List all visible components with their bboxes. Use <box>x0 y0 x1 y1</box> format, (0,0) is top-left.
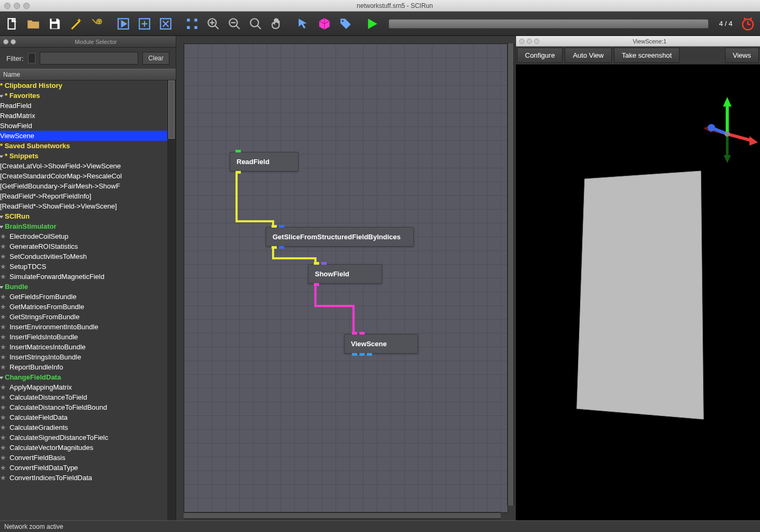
node-n1[interactable]: ReadField <box>230 152 298 172</box>
tree-item[interactable]: ★CalculateSignedDistanceToFielc <box>0 432 176 443</box>
remove-module-button[interactable] <box>156 14 176 33</box>
view-zoom-button[interactable] <box>534 39 539 44</box>
tree-scrollbar[interactable] <box>167 80 176 520</box>
zoom-out-button[interactable] <box>224 14 245 33</box>
tree-column-header[interactable]: Name <box>0 69 176 80</box>
tree-item[interactable]: [ReadField*->ShowField->ViewScene] <box>0 201 176 211</box>
canvas-v-scrollbar[interactable] <box>507 43 514 506</box>
tag-button[interactable] <box>336 14 356 33</box>
svg-line-18 <box>215 25 219 29</box>
node-n3[interactable]: ShowField <box>308 264 382 284</box>
view-close-button[interactable] <box>519 39 524 44</box>
minimize-window-button[interactable] <box>14 3 20 9</box>
network-canvas[interactable]: ReadFieldGetSliceFromStructuredFieldByIn… <box>184 43 508 513</box>
open-folder-button[interactable] <box>23 14 43 33</box>
tree-item[interactable]: ★ConvertIndicesToFieldData <box>0 473 176 483</box>
module-tree[interactable]: * Clipboard History* FavoritesReadFieldR… <box>0 80 176 520</box>
tree-item[interactable]: ★GenerateROIStatistics <box>0 241 176 251</box>
canvas-h-scrollbar[interactable] <box>184 512 501 519</box>
execute-button[interactable] <box>113 14 133 33</box>
module-counter: 4 / 4 <box>719 20 732 28</box>
tree-item[interactable]: ReadField <box>0 101 176 111</box>
view-screenshot-button[interactable]: Take screenshot <box>614 48 680 63</box>
tree-item[interactable]: ★InsertFieldsIntoBundle <box>0 332 176 342</box>
tree-item[interactable]: ★CalculateVectorMagnitudes <box>0 443 176 453</box>
tree-item[interactable]: Bundle <box>0 282 176 292</box>
svg-point-24 <box>250 19 258 26</box>
clear-filter-button[interactable]: Clear <box>142 52 169 65</box>
tree-item[interactable]: ViewScene <box>0 131 176 141</box>
view-minimize-button[interactable] <box>527 39 532 44</box>
close-window-button[interactable] <box>4 3 11 9</box>
filter-input[interactable] <box>40 52 139 65</box>
tree-item[interactable]: * Favorites <box>0 91 176 101</box>
tree-item[interactable]: ★ConvertFieldDataType <box>0 463 176 473</box>
zoom-fit-button[interactable] <box>182 14 202 33</box>
svg-rect-1 <box>52 19 57 21</box>
view-views-button[interactable]: Views <box>725 48 759 63</box>
tree-item[interactable]: ★CalculateGradients <box>0 422 176 432</box>
node-n2[interactable]: GetSliceFromStructuredFieldByIndices <box>266 227 414 247</box>
tree-item[interactable]: ★InsertEnvironmentIntoBundle <box>0 322 176 332</box>
svg-line-22 <box>236 25 240 29</box>
tree-item[interactable]: ★ElectrodeCoilSetup <box>0 231 176 241</box>
main-toolbar: ? 4 / 4 <box>0 12 760 36</box>
tree-item[interactable]: ShowField <box>0 121 176 131</box>
svg-point-40 <box>708 124 715 131</box>
tree-item[interactable]: ★GetMatricesFromBundle <box>0 302 176 312</box>
tree-item[interactable]: * Saved Subnetworks <box>0 141 176 151</box>
tree-item[interactable]: [ReadField*->ReportFieldInfo] <box>0 191 176 201</box>
tree-item[interactable]: [CreateLatVol->ShowField->ViewScene <box>0 161 176 171</box>
panel-close-button[interactable] <box>3 39 8 44</box>
save-button[interactable] <box>44 14 65 33</box>
add-module-button[interactable] <box>134 14 155 33</box>
tree-item[interactable]: ★InsertMatricesIntoBundle <box>0 342 176 352</box>
progress-slider[interactable] <box>388 19 709 29</box>
tree-item[interactable]: ★ApplyMappingMatrix <box>0 382 176 392</box>
tree-item[interactable]: [CreateStandardColorMap->RescaleCol <box>0 171 176 181</box>
viewscene-viewport[interactable] <box>516 65 760 520</box>
module-selector-panel: Module Selector Filter: Clear Name * Cli… <box>0 36 176 520</box>
clock-icon <box>738 14 758 33</box>
tree-item[interactable]: ★SetConductivitiesToMesh <box>0 251 176 262</box>
panel-undock-button[interactable] <box>11 39 16 44</box>
tree-item[interactable]: SCIRun <box>0 211 176 221</box>
svg-point-26 <box>342 20 343 21</box>
tree-item[interactable]: ★ConvertFieldBasis <box>0 453 176 463</box>
zoom-in-button[interactable] <box>203 14 223 33</box>
view-configure-button[interactable]: Configure <box>517 48 563 63</box>
tree-item[interactable]: ★GetFieldsFromBundle <box>0 292 176 302</box>
tree-item[interactable]: ★GetStringsFromBundle <box>0 312 176 322</box>
help-context-button[interactable]: ? <box>87 14 107 33</box>
tree-item[interactable]: ★SetupTDCS <box>0 262 176 272</box>
tree-item[interactable]: [GetFieldBoundary->FairMesh->ShowF <box>0 181 176 191</box>
zoom-window-button[interactable] <box>23 3 30 9</box>
node-n4[interactable]: ViewScene <box>344 334 418 354</box>
package-button[interactable] <box>314 14 334 33</box>
wizard-button[interactable] <box>66 14 86 33</box>
new-file-button[interactable] <box>2 14 22 33</box>
tree-item[interactable]: * Snippets <box>0 151 176 161</box>
zoom-reset-button[interactable] <box>246 14 266 33</box>
tree-item[interactable]: ReadMatrix <box>0 111 176 121</box>
tree-item[interactable]: BrainStimulator <box>0 221 176 231</box>
select-tool-button[interactable] <box>293 14 313 33</box>
tree-item[interactable]: ★CalculateDistanceToField <box>0 392 176 402</box>
tree-item[interactable]: ★CalculateDistanceToFieldBound <box>0 402 176 412</box>
svg-marker-42 <box>577 171 703 419</box>
svg-marker-36 <box>749 136 758 146</box>
tree-item[interactable]: ★InsertStringsIntoBundle <box>0 352 176 362</box>
tree-item[interactable]: * Clipboard History <box>0 80 176 91</box>
view-autoview-button[interactable]: Auto View <box>565 48 611 63</box>
pan-tool-button[interactable] <box>267 14 287 33</box>
svg-marker-34 <box>723 155 731 163</box>
svg-line-25 <box>257 25 261 29</box>
tree-item[interactable]: ★SimulateForwardMagneticField <box>0 272 176 282</box>
svg-rect-14 <box>194 19 197 21</box>
tree-item[interactable]: ★CalculateFieldData <box>0 412 176 422</box>
run-button[interactable] <box>362 14 382 33</box>
tree-item[interactable]: ★ReportBundleInfo <box>0 362 176 372</box>
tree-item[interactable]: ChangeFieldData <box>0 372 176 382</box>
view-title: ViewScene:1 <box>539 38 760 44</box>
filter-mode-dropdown[interactable] <box>28 53 35 64</box>
